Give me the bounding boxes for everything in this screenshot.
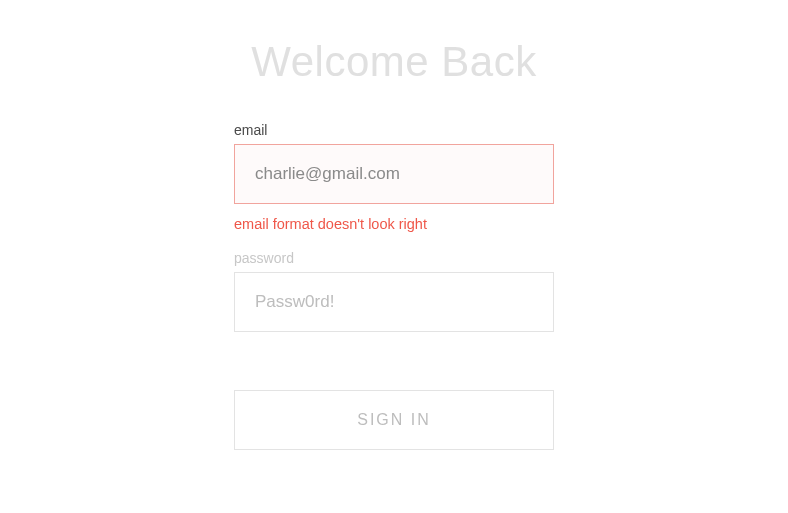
page-title: Welcome Back [251,38,536,86]
password-label: password [234,250,554,266]
email-label: email [234,122,554,138]
sign-in-button[interactable]: SIGN IN [234,390,554,450]
password-input[interactable] [234,272,554,332]
email-error-message: email format doesn't look right [234,216,554,232]
email-field-group: email email format doesn't look right [234,122,554,232]
login-form: Welcome Back email email format doesn't … [234,38,554,513]
email-input[interactable] [234,144,554,204]
password-field-group: password [234,250,554,332]
